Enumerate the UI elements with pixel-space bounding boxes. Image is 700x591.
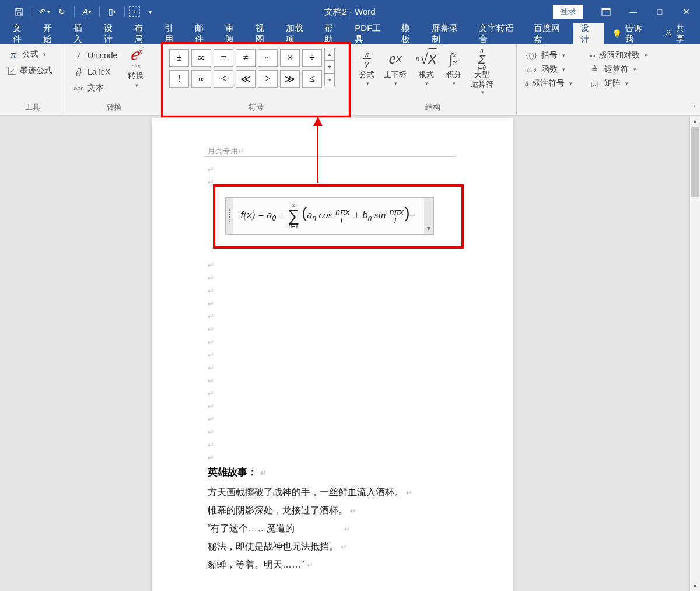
symbols-expand[interactable]: ▾ [324, 74, 335, 86]
tab-home[interactable]: 开始 [36, 23, 66, 44]
paragraph-mark: ↵ [208, 336, 478, 349]
matrix-icon: [::] [588, 81, 601, 87]
limit-button[interactable]: lim极限和对数▾ [586, 50, 650, 61]
paragraph-mark: ↵ [208, 298, 478, 310]
tab-mailings[interactable]: 邮件 [188, 23, 218, 44]
login-button[interactable]: 登录 [553, 5, 583, 19]
tab-screenrec[interactable]: 屏幕录制 [425, 23, 471, 44]
quick-access-toolbar: ↶▾ ↻ A▾ ▯▾ + ▾ [0, 4, 158, 19]
unicode-button[interactable]: / Unicode [71, 49, 120, 61]
largeop-label: 大型 运算符 [471, 70, 494, 88]
add-qat-icon[interactable]: + [130, 6, 140, 17]
operator-button[interactable]: ≜运算符▾ [586, 64, 650, 75]
maximize-button[interactable]: □ [646, 0, 673, 23]
paragraph-mark: ↵ [208, 176, 478, 189]
close-button[interactable]: ✕ [673, 0, 700, 23]
font-qat-icon[interactable]: A▾ [79, 4, 94, 19]
tab-pdf[interactable]: PDF工具 [348, 23, 394, 44]
matrix-button[interactable]: [::]矩阵▾ [586, 78, 650, 89]
group-symbols: ± ∞ = ≠ ~ × ÷ ! ∝ < ≪ > ≫ [163, 44, 349, 115]
group-convert: / Unicode {} LaTeX abc 文本 ℯx e^x 转换 ▾ 转换 [65, 44, 163, 115]
symbol-le[interactable]: ≤ [302, 70, 322, 88]
latex-label: LaTeX [88, 67, 111, 76]
tell-me-search[interactable]: 💡 告诉我 [604, 23, 654, 44]
tab-addins[interactable]: 加载项 [279, 23, 317, 44]
scroll-up-button[interactable]: ▲ [690, 116, 700, 126]
tab-review[interactable]: 审阅 [218, 23, 249, 44]
tab-design[interactable]: 设计 [97, 23, 127, 44]
minimize-button[interactable]: — [620, 0, 646, 23]
group-structures: xy 分式▾ ex 上下标▾ n√x 根式▾ ∫x-x 积分▾ nΣi=0 大型… [349, 44, 517, 115]
title-bar: ↶▾ ↻ A▾ ▯▾ + ▾ 文档2 - Word 登录 — □ ✕ [0, 0, 700, 23]
largeop-button[interactable]: nΣi=0 大型 运算符▾ [466, 48, 498, 100]
tab-template[interactable]: 模板 [394, 23, 425, 44]
fraction-button[interactable]: xy 分式▾ [355, 48, 379, 100]
convert-button[interactable]: ℯx e^x 转换 ▾ [124, 48, 148, 88]
story-line: “有了这个……魔道的 ↵ [208, 520, 478, 538]
function-button[interactable]: sinθ函数▾ [523, 64, 574, 75]
function-label: 函数 [541, 64, 558, 75]
text-button[interactable]: abc 文本 [71, 82, 120, 95]
radical-button[interactable]: n√x 根式▾ [411, 48, 442, 100]
symbol-plusminus[interactable]: ± [169, 49, 189, 67]
bracket-icon: {()} [525, 51, 538, 60]
integral-button[interactable]: ∫x-x 积分▾ [442, 48, 466, 100]
symbol-excl[interactable]: ! [169, 70, 189, 88]
symbol-infinity[interactable]: ∞ [191, 49, 211, 67]
fraction-label: 分式 [359, 70, 374, 79]
collapse-ribbon-icon[interactable]: ˄ [693, 105, 696, 113]
ribbon-display-icon[interactable] [593, 0, 620, 23]
undo-icon[interactable]: ↶▾ [37, 4, 52, 19]
tab-file[interactable]: 文件 [6, 23, 36, 44]
redo-icon[interactable]: ↻ [54, 4, 69, 19]
symbol-times[interactable]: × [280, 49, 300, 67]
tab-tts[interactable]: 文字转语音 [472, 23, 527, 44]
qat-more-icon[interactable]: ▾ [142, 4, 158, 19]
tab-layout[interactable]: 布局 [127, 23, 158, 44]
symbol-notequal[interactable]: ≠ [236, 49, 256, 67]
scroll-thumb[interactable] [691, 127, 699, 197]
tab-view[interactable]: 视图 [249, 23, 279, 44]
tab-equation-design[interactable]: 设计 [573, 23, 604, 44]
symbols-scroll-down[interactable]: ▼ [324, 61, 335, 74]
largeop-icon: nΣi=0 [478, 48, 486, 69]
document-page[interactable]: 月亮专用↵ f(x) = a0 + ∞ ∑ n=1 (an cos [152, 118, 513, 591]
paragraph-mark: ↵ [208, 400, 478, 413]
radical-icon: n√x [416, 48, 437, 69]
scroll-down-button[interactable]: ▼ [690, 580, 700, 591]
share-button[interactable]: 共享 [654, 23, 700, 44]
slash-icon: / [74, 50, 84, 60]
bracket-button[interactable]: {()}括号▾ [523, 50, 574, 61]
document-scroll[interactable]: 月亮专用↵ f(x) = a0 + ∞ ∑ n=1 (an cos [0, 116, 700, 591]
symbol-propto[interactable]: ∝ [191, 70, 211, 88]
save-icon[interactable] [12, 4, 27, 19]
tab-help[interactable]: 帮助 [317, 23, 348, 44]
ink-label: 墨迹公式 [20, 65, 52, 76]
radical-label: 根式 [419, 70, 434, 79]
svg-point-2 [667, 30, 670, 33]
symbol-lt[interactable]: < [214, 70, 233, 88]
latex-button[interactable]: {} LaTeX [71, 65, 120, 78]
ink-equation-button[interactable]: ✓ 墨迹公式 [6, 64, 59, 77]
paragraph-mark: ↵ [208, 272, 478, 285]
symbol-gg[interactable]: ≫ [280, 70, 300, 88]
symbol-gt[interactable]: > [258, 70, 278, 88]
script-button[interactable]: ex 上下标▾ [379, 48, 411, 100]
symbol-equals[interactable]: = [214, 49, 233, 67]
accent-button[interactable]: ä标注符号▾ [523, 78, 574, 89]
symbol-ll[interactable]: ≪ [236, 70, 256, 88]
tab-baidu[interactable]: 百度网盘 [527, 23, 573, 44]
convert-icon: ℯx [130, 48, 143, 61]
chevron-down-icon: ▾ [135, 82, 138, 88]
symbol-tilde[interactable]: ~ [258, 49, 278, 67]
tab-references[interactable]: 引用 [158, 23, 188, 44]
symbol-divide[interactable]: ÷ [302, 49, 322, 67]
tab-insert[interactable]: 插入 [66, 23, 97, 44]
formula-dropdown[interactable]: π 公式 ▾ [6, 48, 59, 61]
window-title: 文档2 - Word [324, 6, 375, 18]
layout-qat-icon[interactable]: ▯▾ [104, 4, 120, 19]
symbols-scroll-up[interactable]: ▲ [324, 48, 335, 61]
integral-label: 积分 [446, 70, 461, 79]
matrix-label: 矩阵 [604, 78, 621, 89]
vertical-scrollbar[interactable]: ▲ ▼ [690, 116, 700, 591]
